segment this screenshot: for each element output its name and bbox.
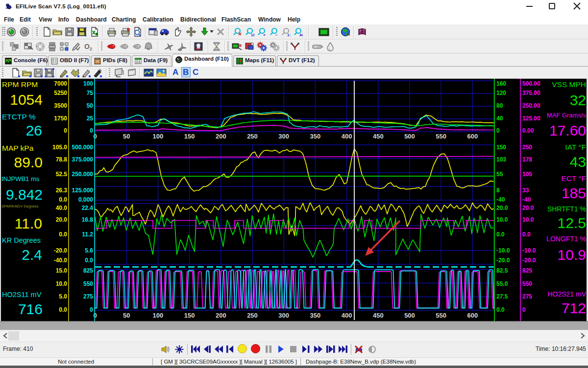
svg-text:O: O xyxy=(84,43,90,50)
svg-text:2: 2 xyxy=(90,46,92,51)
svg-text:−: − xyxy=(275,33,278,37)
svg-text:All: All xyxy=(299,33,303,37)
svg-text:1:1: 1:1 xyxy=(287,33,291,37)
svg-text:11: 11 xyxy=(251,33,254,37)
svg-text:+: + xyxy=(263,33,266,37)
